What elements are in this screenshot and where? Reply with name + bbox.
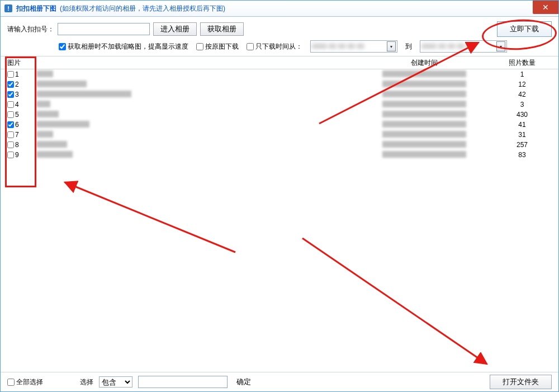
open-folder-button[interactable]: 打开文件夹 [490,375,552,389]
id-input[interactable] [58,23,150,35]
toolbar: 请输入扣扣号： 进入相册 获取相册 立即下载 [1,17,558,39]
get-album-button[interactable]: 获取相册 [200,22,244,36]
ok-button[interactable]: 确定 [233,375,254,389]
row-checkbox[interactable] [7,141,14,148]
row-index: 4 [15,101,19,108]
row-name-blurred [36,81,87,87]
row-name-blurred [36,141,67,148]
id-label: 请输入扣扣号： [7,25,54,34]
row-count: 83 [486,151,558,159]
to-label: 到 [405,42,412,51]
row-checkbox[interactable] [7,152,14,158]
row-count: 1 [486,70,558,78]
no-thumb-checkbox[interactable]: 获取相册时不加载缩略图，提高显示速度 [59,42,188,51]
row-count: 41 [486,121,558,129]
table-row[interactable]: 5430 [1,110,558,120]
row-count: 430 [486,111,558,119]
row-count: 257 [486,141,558,149]
row-name-blurred [36,70,53,77]
only-time-label: 只下载时间从： [255,42,302,51]
row-name-blurred [36,121,89,127]
download-now-button[interactable]: 立即下载 [497,21,552,37]
row-count: 31 [486,131,558,139]
row-index: 5 [15,111,19,119]
row-checkbox[interactable] [7,81,14,88]
row-index: 1 [15,70,19,78]
row-name-blurred [36,131,53,138]
app-window: ! 扣扣相册下图 (如须权限才能访问的相册，请先进入相册授权后再下图) ✕ 请输… [0,0,559,392]
table-row[interactable]: 342 [1,89,558,100]
title-note: (如须权限才能访问的相册，请先进入相册授权后再下图) [60,4,225,13]
svg-text:!: ! [7,5,10,12]
table-row[interactable]: 43 [1,100,558,110]
title-app: 扣扣相册下图 [16,4,56,13]
table-row[interactable]: 641 [1,120,558,130]
row-index: 2 [15,81,19,88]
by-original-input[interactable] [196,43,203,50]
row-name-blurred [36,101,50,107]
row-time-blurred [382,121,466,127]
row-time-blurred [382,151,466,158]
row-count: 12 [486,81,558,88]
table-row[interactable]: 212 [1,79,558,89]
from-date-combo[interactable]: 0000 00 00 00 00 ▾ [310,40,397,53]
col-time: 创建时间 [363,58,486,68]
table-row[interactable]: 8257 [1,140,558,150]
row-name-blurred [36,111,59,117]
filter-input[interactable] [138,376,228,388]
chevron-down-icon: ▾ [387,41,396,51]
no-thumb-input[interactable] [59,43,66,50]
album-table: 图片 创建时间 照片数量 112123424354306417318257983 [1,56,558,372]
only-time-input[interactable] [247,43,254,50]
row-index: 6 [15,121,19,129]
only-time-checkbox[interactable]: 只下载时间从： [247,42,302,51]
col-count: 照片数量 [486,58,558,68]
by-original-label: 按原图下载 [205,42,239,51]
row-name-blurred [36,91,131,97]
options-row: 获取相册时不加载缩略图，提高显示速度 按原图下载 只下载时间从： 0000 00… [1,39,558,56]
row-time-blurred [382,141,466,148]
table-header: 图片 创建时间 照片数量 [1,56,558,69]
row-time-blurred [382,131,466,138]
row-checkbox[interactable] [7,121,14,128]
col-pic: 图片 [1,58,36,68]
contain-select[interactable]: 包含 [99,376,132,388]
select-all-label: 全部选择 [16,377,43,387]
row-checkbox[interactable] [7,131,14,138]
select-all-checkbox[interactable]: 全部选择 [7,377,43,387]
select-label: 选择 [80,377,93,387]
enter-album-button[interactable]: 进入相册 [153,22,197,36]
row-name-blurred [36,151,73,158]
row-time-blurred [382,91,466,97]
table-body: 112123424354306417318257983 [1,69,558,372]
row-checkbox[interactable] [7,111,14,118]
row-index: 3 [15,91,19,98]
row-count: 3 [486,101,558,108]
table-row[interactable]: 731 [1,130,558,140]
row-checkbox[interactable] [7,91,14,98]
select-all-input[interactable] [7,379,15,386]
row-time-blurred [382,81,466,87]
row-time-blurred [382,70,466,77]
titlebar: ! 扣扣相册下图 (如须权限才能访问的相册，请先进入相册授权后再下图) ✕ [1,1,558,17]
app-icon: ! [4,4,13,13]
row-index: 7 [15,131,19,139]
close-icon: ✕ [542,3,549,12]
row-time-blurred [382,111,466,117]
row-checkbox[interactable] [7,101,14,108]
row-index: 9 [15,151,19,159]
bottom-bar: 全部选择 选择 包含 确定 打开文件夹 [1,372,558,391]
close-button[interactable]: ✕ [533,1,558,14]
chevron-down-icon: ▾ [496,41,505,51]
table-row[interactable]: 983 [1,150,558,160]
by-original-checkbox[interactable]: 按原图下载 [196,42,239,51]
row-count: 42 [486,91,558,98]
row-time-blurred [382,101,466,107]
no-thumb-label: 获取相册时不加载缩略图，提高显示速度 [68,42,188,51]
to-date-combo[interactable]: 0000 00 00 00 00 ▾ [420,40,507,53]
table-row[interactable]: 11 [1,69,558,79]
row-index: 8 [15,141,19,149]
row-checkbox[interactable] [7,71,14,78]
